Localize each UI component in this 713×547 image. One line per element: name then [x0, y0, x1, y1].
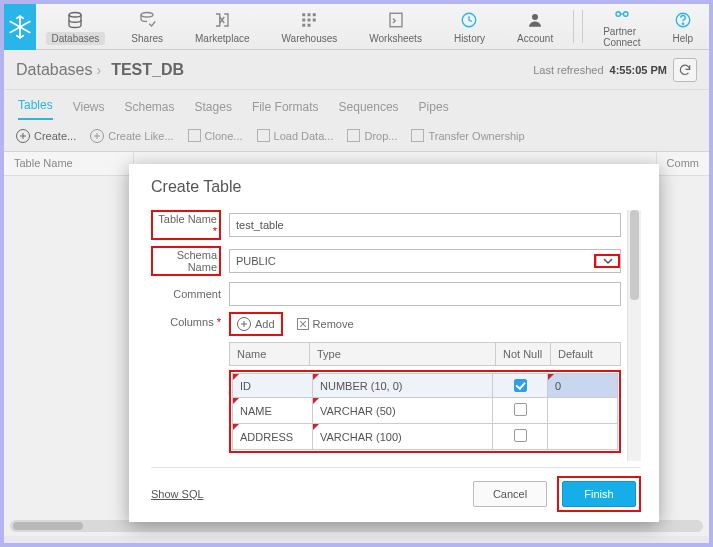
nav-worksheets-label: Worksheets [363, 32, 428, 45]
nav-account[interactable]: Account [501, 4, 569, 49]
add-column-button[interactable]: Add [233, 315, 279, 333]
column-row[interactable]: NAME VARCHAR (50) [233, 398, 618, 424]
breadcrumb-root[interactable]: Databases [16, 61, 93, 79]
svg-point-17 [532, 14, 538, 20]
cell-notnull[interactable] [493, 398, 548, 424]
cell-type[interactable]: NUMBER (10, 0) [313, 374, 493, 398]
nav-account-label: Account [511, 32, 559, 45]
col-head-default[interactable]: Default [551, 343, 621, 366]
cell-default[interactable] [548, 398, 618, 424]
tab-stages[interactable]: Stages [195, 100, 232, 120]
schema-name-label: Schema Name [177, 249, 217, 273]
breadcrumb-sep: › [97, 62, 102, 78]
nav-history[interactable]: History [438, 4, 501, 49]
partner-icon [612, 5, 632, 23]
tab-sequences[interactable]: Sequences [339, 100, 399, 120]
breadcrumb: Databases › TEST_DB Last refreshed 4:55:… [4, 50, 709, 90]
nav-help[interactable]: Help [656, 4, 709, 49]
table-name-input[interactable]: test_table [229, 213, 621, 237]
tab-tables[interactable]: Tables [18, 98, 53, 120]
nav-marketplace[interactable]: Marketplace [179, 4, 265, 49]
plus-icon [237, 317, 251, 331]
svg-point-19 [623, 12, 628, 17]
scroll-thumb[interactable] [13, 522, 83, 530]
svg-rect-15 [390, 13, 402, 27]
columns-grid: Name Type Not Null Default [229, 342, 621, 366]
shares-icon [137, 10, 157, 30]
cell-type[interactable]: VARCHAR (100) [313, 424, 493, 450]
schema-dropdown-button[interactable] [596, 256, 618, 266]
cell-type[interactable]: VARCHAR (50) [313, 398, 493, 424]
tab-views[interactable]: Views [73, 100, 105, 120]
schema-name-select[interactable]: PUBLIC [229, 249, 621, 273]
nav-databases[interactable]: Databases [36, 4, 116, 49]
brand-logo[interactable] [4, 4, 36, 50]
last-refreshed-label: Last refreshed [533, 64, 603, 76]
cell-default[interactable] [548, 424, 618, 450]
svg-rect-9 [313, 13, 316, 16]
cell-name[interactable]: ID [233, 374, 313, 398]
action-load-data[interactable]: Load Data... [257, 129, 334, 142]
warehouses-icon [299, 10, 319, 30]
checkbox-icon [514, 429, 527, 442]
action-create[interactable]: Create... [16, 129, 76, 143]
nav-shares[interactable]: Shares [115, 4, 179, 49]
svg-point-3 [69, 12, 81, 17]
nav-worksheets[interactable]: Worksheets [353, 4, 438, 49]
cell-notnull[interactable] [493, 374, 548, 398]
svg-rect-8 [308, 13, 311, 16]
tab-schemas[interactable]: Schemas [124, 100, 174, 120]
show-sql-link[interactable]: Show SQL [151, 488, 204, 500]
action-transfer[interactable]: Transfer Ownership [411, 129, 524, 142]
columns-label: Columns [170, 316, 213, 328]
cell-name[interactable]: ADDRESS [233, 424, 313, 450]
transfer-icon [411, 129, 424, 142]
svg-rect-7 [303, 13, 306, 16]
refresh-button[interactable] [673, 58, 697, 82]
nav-warehouses[interactable]: Warehouses [266, 4, 354, 49]
col-head-type[interactable]: Type [310, 343, 496, 366]
column-row[interactable]: ID NUMBER (10, 0) 0 [233, 374, 618, 398]
remove-column-button[interactable]: Remove [293, 316, 358, 332]
col-table-name[interactable]: Table Name [4, 152, 134, 175]
last-refreshed-time: 4:55:05 PM [610, 64, 667, 76]
worksheets-icon [386, 10, 406, 30]
clone-icon [188, 129, 201, 142]
nav-help-label: Help [666, 32, 699, 45]
dialog-title: Create Table [151, 178, 641, 196]
marketplace-icon [212, 10, 232, 30]
cancel-button[interactable]: Cancel [473, 481, 547, 507]
svg-point-18 [616, 12, 621, 17]
comment-input[interactable] [229, 282, 621, 306]
nav-history-label: History [448, 32, 491, 45]
nav-partner-connect[interactable]: Partner Connect [587, 4, 656, 49]
dialog-scrollbar[interactable] [627, 210, 641, 461]
breadcrumb-current: TEST_DB [111, 61, 184, 79]
scroll-thumb[interactable] [630, 210, 639, 300]
svg-rect-12 [313, 18, 316, 21]
cell-notnull[interactable] [493, 424, 548, 450]
account-icon [525, 10, 545, 30]
cell-default[interactable]: 0 [548, 374, 618, 398]
top-toolbar: Databases Shares Marketplace Warehouses … [4, 4, 709, 50]
col-comments[interactable]: Comm [657, 152, 709, 175]
tab-file-formats[interactable]: File Formats [252, 100, 319, 120]
svg-rect-10 [303, 18, 306, 21]
col-head-notnull[interactable]: Not Null [496, 343, 551, 366]
checkbox-icon [514, 403, 527, 416]
action-clone[interactable]: Clone... [188, 129, 243, 142]
finish-button[interactable]: Finish [562, 481, 636, 507]
column-row[interactable]: ADDRESS VARCHAR (100) [233, 424, 618, 450]
load-icon [257, 129, 270, 142]
tab-pipes[interactable]: Pipes [419, 100, 449, 120]
refresh-icon [678, 63, 692, 77]
col-head-name[interactable]: Name [230, 343, 310, 366]
svg-point-4 [141, 12, 153, 17]
table-name-label: Table Name [158, 213, 217, 225]
drop-icon [347, 129, 360, 142]
cell-name[interactable]: NAME [233, 398, 313, 424]
action-create-like[interactable]: Create Like... [90, 129, 173, 143]
svg-rect-13 [303, 23, 306, 26]
create-table-dialog: Create Table Table Name * test_table Sch… [129, 164, 659, 522]
action-drop[interactable]: Drop... [347, 129, 397, 142]
